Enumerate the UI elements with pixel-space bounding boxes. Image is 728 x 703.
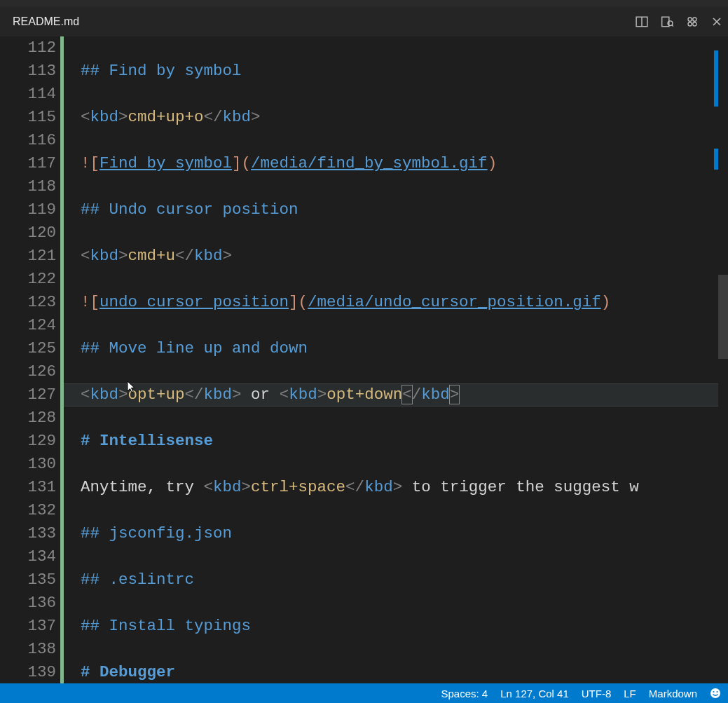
line-number: 112 [0, 36, 56, 60]
status-encoding[interactable]: UTF-8 [582, 688, 612, 699]
code-line[interactable] [81, 360, 728, 383]
code-line[interactable]: <kbd>cmd+u</kbd> [81, 245, 728, 268]
code-line[interactable]: <kbd>opt+up</kbd> or <kbd>opt+down</kbd> [64, 383, 728, 407]
status-indent[interactable]: Spaces: 4 [441, 688, 488, 699]
feedback-smiley-icon[interactable] [710, 688, 721, 699]
open-preview-icon[interactable] [661, 15, 673, 28]
code-line[interactable] [81, 83, 728, 106]
line-number: 131 [0, 476, 56, 499]
code-line[interactable] [81, 407, 728, 430]
line-number: 130 [0, 453, 56, 476]
editor-tab-bar: README.md [0, 7, 728, 36]
code-line[interactable] [81, 129, 728, 152]
svg-point-8 [693, 22, 696, 26]
code-line[interactable]: ## jsconfig.json [81, 522, 728, 545]
line-number: 128 [0, 407, 56, 430]
code-line[interactable] [81, 175, 728, 198]
code-line[interactable]: ![undo cursor position](/media/undo_curs… [81, 291, 728, 314]
code-line[interactable] [81, 453, 728, 476]
line-number: 135 [0, 568, 56, 592]
window-title-text: README.md - vscode-tips-and-tricks [278, 0, 450, 1]
active-tab[interactable]: README.md [13, 15, 79, 28]
code-line[interactable] [81, 36, 728, 60]
line-number: 127 [0, 383, 56, 407]
svg-point-7 [688, 22, 692, 26]
code-line[interactable] [81, 314, 728, 337]
overview-ruler [714, 36, 718, 683]
svg-point-11 [710, 688, 720, 698]
code-line[interactable] [81, 268, 728, 291]
code-line[interactable]: Anytime, try <kbd>ctrl+space</kbd> to tr… [81, 476, 728, 499]
code-line[interactable]: # Intellisense [81, 430, 728, 453]
code-line[interactable]: ## Find by symbol [81, 60, 728, 83]
status-eol[interactable]: LF [624, 688, 636, 699]
code-line[interactable] [81, 638, 728, 661]
line-number: 113 [0, 60, 56, 83]
line-number: 129 [0, 430, 56, 453]
line-number: 122 [0, 268, 56, 291]
line-number: 137 [0, 615, 56, 638]
window-titlebar: README.md - vscode-tips-and-tricks [0, 0, 728, 7]
line-number: 116 [0, 129, 56, 152]
line-number: 134 [0, 545, 56, 568]
svg-point-13 [716, 691, 717, 692]
line-number: 133 [0, 522, 56, 545]
line-number: 114 [0, 83, 56, 106]
editor[interactable]: 1121131141151161171181191201211221231241… [0, 36, 728, 683]
line-number: 138 [0, 638, 56, 661]
line-number: 139 [0, 661, 56, 684]
line-number: 120 [0, 221, 56, 245]
code-line[interactable] [81, 221, 728, 245]
line-number: 121 [0, 245, 56, 268]
editor-actions [636, 15, 722, 28]
split-editor-icon[interactable] [636, 15, 648, 28]
status-bar: Spaces: 4 Ln 127, Col 41 UTF-8 LF Markdo… [0, 683, 728, 703]
code-line[interactable]: <kbd>cmd+up+o</kbd> [81, 106, 728, 129]
code-line[interactable] [81, 592, 728, 615]
close-editor-icon[interactable] [711, 16, 722, 27]
code-line[interactable]: ## .eslintrc [81, 568, 728, 592]
line-number: 126 [0, 360, 56, 383]
status-cursor-position[interactable]: Ln 127, Col 41 [500, 688, 569, 699]
line-number: 118 [0, 175, 56, 198]
scrollbar-thumb[interactable] [718, 275, 728, 359]
line-number: 123 [0, 291, 56, 314]
more-actions-icon[interactable] [686, 15, 699, 28]
code-line[interactable]: ## Install typings [81, 615, 728, 638]
code-line[interactable] [81, 545, 728, 568]
status-language-mode[interactable]: Markdown [649, 688, 697, 699]
code-line[interactable]: ## Undo cursor position [81, 198, 728, 221]
svg-point-5 [688, 18, 692, 21]
vertical-scrollbar[interactable] [718, 36, 728, 683]
code-line[interactable]: ## Move line up and down [81, 337, 728, 360]
svg-point-6 [693, 18, 696, 21]
line-number: 117 [0, 152, 56, 175]
svg-point-12 [713, 691, 714, 692]
svg-line-4 [672, 25, 673, 27]
line-number: 119 [0, 198, 56, 221]
code-area[interactable]: ## Find by symbol<kbd>cmd+up+o</kbd>![Fi… [64, 36, 728, 683]
line-number: 136 [0, 592, 56, 615]
code-line[interactable]: # Debugger [81, 661, 728, 683]
code-line[interactable] [81, 499, 728, 522]
line-number: 132 [0, 499, 56, 522]
line-number-gutter: 1121131141151161171181191201211221231241… [0, 36, 60, 683]
code-line[interactable]: ![Find by symbol](/media/find_by_symbol.… [81, 152, 728, 175]
line-number: 125 [0, 337, 56, 360]
line-number: 115 [0, 106, 56, 129]
line-number: 124 [0, 314, 56, 337]
